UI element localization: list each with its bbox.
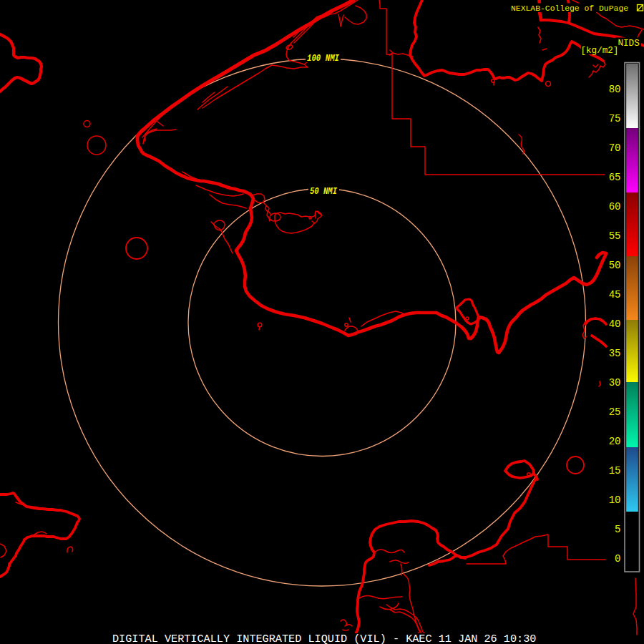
svg-text:100 NMI: 100 NMI [307,53,340,64]
svg-text:35: 35 [609,348,621,359]
svg-text:25: 25 [609,406,621,418]
svg-text:55: 55 [609,230,621,242]
svg-text:65: 65 [609,172,621,183]
svg-text:[kg/m2]: [kg/m2] [581,46,619,56]
svg-text:45: 45 [609,289,621,301]
svg-text:0: 0 [615,553,620,565]
svg-text:60: 60 [609,201,621,213]
svg-text:50 NMI: 50 NMI [310,186,338,197]
svg-text:75: 75 [609,113,621,125]
svg-text:70: 70 [609,142,621,154]
svg-text:10: 10 [609,494,621,506]
svg-text:NEXLAB-College of DuPage: NEXLAB-College of DuPage [511,4,628,13]
svg-text:30: 30 [609,377,621,389]
svg-text:15: 15 [609,465,621,477]
svg-text:5: 5 [615,524,620,535]
svg-text:20: 20 [609,436,621,447]
svg-text:DIGITAL VERTICALLY INTEGRATED: DIGITAL VERTICALLY INTEGRATED LIQUID (VI… [112,633,536,644]
svg-text:80: 80 [609,84,621,95]
svg-text:50: 50 [609,260,621,271]
svg-text:40: 40 [609,318,621,330]
